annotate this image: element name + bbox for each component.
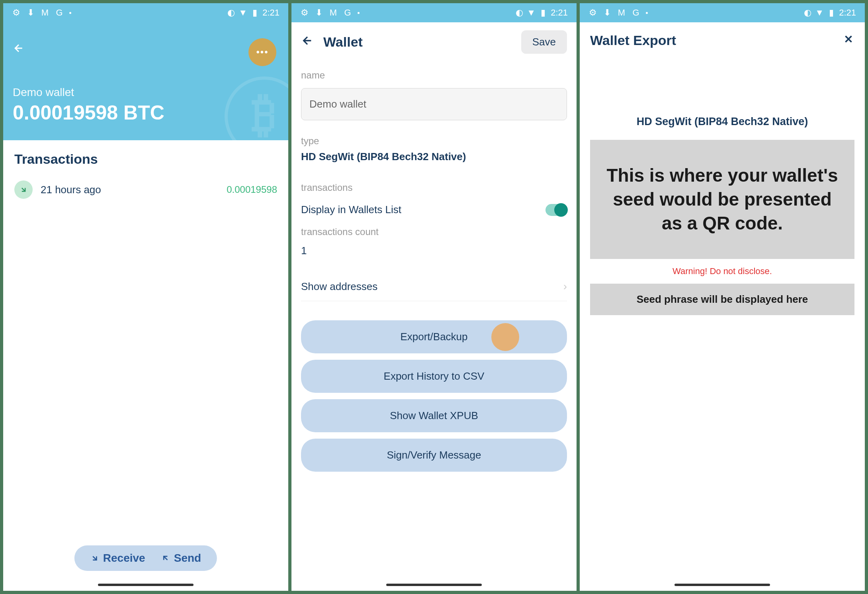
- wallet-header: ••• ₿ Demo wallet 0.00019598 BTC: [3, 22, 288, 140]
- gear-icon: ⚙: [12, 8, 21, 17]
- show-xpub-button[interactable]: Show Wallet XPUB: [301, 399, 567, 432]
- touch-indicator-icon: [491, 323, 519, 351]
- page-title: Wallet: [323, 34, 512, 50]
- nav-handle[interactable]: [386, 584, 482, 586]
- nav-handle[interactable]: [98, 584, 194, 586]
- export-content: HD SegWit (BIP84 Bech32 Native) This is …: [580, 58, 865, 591]
- show-addresses-label: Show addresses: [301, 280, 377, 293]
- dot-icon: [646, 12, 648, 14]
- battery-icon: ▮: [827, 8, 836, 17]
- status-right: ◐ ▼ ▮ 2:21: [515, 8, 568, 18]
- tx-amount: 0.00019598: [227, 184, 277, 195]
- tx-time: 21 hours ago: [41, 184, 219, 196]
- close-button[interactable]: [843, 32, 854, 49]
- wallet-type: HD SegWit (BIP84 Bech32 Native): [590, 116, 854, 128]
- settings-content: name Demo wallet type HD SegWit (BIP84 B…: [291, 62, 577, 591]
- tx-received-icon: [14, 180, 33, 199]
- status-time: 2:21: [551, 8, 568, 18]
- chevron-right-icon: ›: [563, 280, 567, 293]
- google-icon: G: [631, 8, 640, 17]
- display-label: Display in Wallets List: [301, 204, 401, 216]
- download-icon: ⬇: [315, 8, 323, 17]
- action-buttons: Export/Backup Export History to CSV Show…: [301, 320, 567, 472]
- status-left: ⚙ ⬇ M G: [588, 8, 648, 17]
- status-left: ⚙ ⬇ M G: [12, 8, 71, 17]
- transactions-panel: Transactions 21 hours ago 0.00019598: [3, 140, 288, 591]
- tx-count-value: 1: [301, 245, 567, 257]
- receive-button[interactable]: Receive: [90, 552, 145, 565]
- screen-wallet-export: ⚙ ⬇ M G ◐ ▼ ▮ 2:21 Wallet Export HD SegW…: [580, 3, 865, 591]
- google-icon: G: [343, 8, 352, 17]
- settings-header: Wallet Save: [291, 22, 577, 62]
- status-time: 2:21: [839, 8, 856, 18]
- send-label: Send: [174, 552, 201, 565]
- display-toggle-row: Display in Wallets List: [301, 200, 567, 219]
- screen-wallet-main: ⚙ ⬇ M G ◐ ▼ ▮ 2:21 ••• ₿ Demo wallet 0.0…: [3, 3, 288, 591]
- name-label: name: [301, 70, 567, 81]
- mail-icon: M: [329, 8, 338, 17]
- battery-icon: ▮: [539, 8, 547, 17]
- wallet-name-input[interactable]: Demo wallet: [301, 88, 567, 120]
- nav-handle[interactable]: [674, 584, 770, 586]
- gear-icon: ⚙: [588, 8, 597, 17]
- action-bar: Receive Send: [74, 545, 217, 571]
- transactions-label: transactions: [301, 182, 567, 193]
- receive-label: Receive: [103, 552, 145, 565]
- dot-icon: [69, 12, 71, 14]
- download-icon: ⬇: [603, 8, 612, 17]
- status-right: ◐ ▼ ▮ 2:21: [227, 8, 280, 18]
- battery-icon: ▮: [250, 8, 259, 17]
- status-bar: ⚙ ⬇ M G ◐ ▼ ▮ 2:21: [580, 3, 865, 22]
- mail-icon: M: [41, 8, 49, 17]
- wifi-icon: ▼: [527, 8, 536, 17]
- wifi-icon: ▼: [815, 8, 824, 17]
- more-options-button[interactable]: •••: [248, 38, 276, 66]
- display-toggle[interactable]: [545, 204, 567, 216]
- status-left: ⚙ ⬇ M G: [300, 8, 360, 17]
- tx-count-label: transactions count: [301, 226, 567, 237]
- transactions-title: Transactions: [14, 151, 277, 167]
- send-button[interactable]: Send: [161, 552, 201, 565]
- vibrate-icon: ◐: [515, 8, 524, 17]
- dot-icon: [358, 12, 360, 14]
- export-backup-button[interactable]: Export/Backup: [301, 320, 567, 353]
- status-right: ◐ ▼ ▮ 2:21: [803, 8, 856, 18]
- warning-text: Warning! Do not disclose.: [590, 266, 854, 276]
- wallet-name: Demo wallet: [13, 86, 279, 99]
- export-csv-button[interactable]: Export History to CSV: [301, 360, 567, 393]
- transaction-row[interactable]: 21 hours ago 0.00019598: [14, 180, 277, 199]
- wallet-type-value: HD SegWit (BIP84 Bech32 Native): [301, 151, 567, 163]
- export-backup-label: Export/Backup: [400, 331, 467, 343]
- gear-icon: ⚙: [300, 8, 309, 17]
- back-button[interactable]: [13, 42, 25, 57]
- mail-icon: M: [617, 8, 626, 17]
- show-addresses-row[interactable]: Show addresses ›: [301, 272, 567, 301]
- status-time: 2:21: [262, 8, 280, 18]
- export-header: Wallet Export: [580, 22, 865, 58]
- seed-placeholder: Seed phrase will be displayed here: [590, 284, 854, 315]
- download-icon: ⬇: [26, 8, 35, 17]
- screen-wallet-settings: ⚙ ⬇ M G ◐ ▼ ▮ 2:21 Wallet Save name Demo…: [291, 3, 577, 591]
- sign-verify-button[interactable]: Sign/Verify Message: [301, 439, 567, 472]
- wifi-icon: ▼: [239, 8, 247, 17]
- type-label: type: [301, 135, 567, 147]
- back-button[interactable]: [301, 34, 314, 51]
- vibrate-icon: ◐: [227, 8, 235, 17]
- status-bar: ⚙ ⬇ M G ◐ ▼ ▮ 2:21: [291, 3, 577, 22]
- qr-placeholder: This is where your wallet's seed would b…: [590, 140, 854, 259]
- save-button[interactable]: Save: [521, 30, 567, 54]
- google-icon: G: [55, 8, 64, 17]
- status-bar: ⚙ ⬇ M G ◐ ▼ ▮ 2:21: [3, 3, 288, 22]
- page-title: Wallet Export: [590, 33, 676, 48]
- vibrate-icon: ◐: [803, 8, 812, 17]
